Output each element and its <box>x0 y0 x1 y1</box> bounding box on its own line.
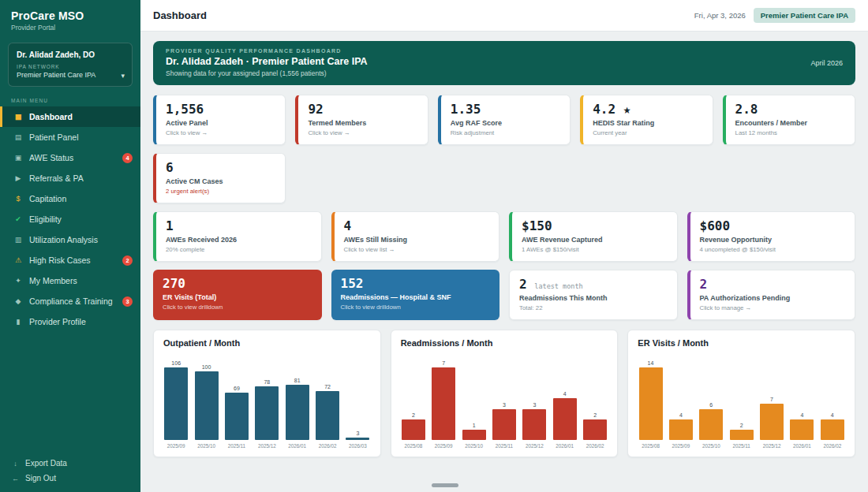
banner-subtitle: Showing data for your assigned panel (1,… <box>166 69 368 77</box>
current-date: Fri, Apr 3, 2026 <box>694 11 746 20</box>
export-data-button[interactable]: ↓Export Data <box>11 459 129 468</box>
stat-card-pa-authorizations-pending[interactable]: 2PA Authorizations PendingClick to manag… <box>687 270 856 320</box>
stat-card-active-panel[interactable]: 1,556Active PanelClick to view → <box>153 95 286 145</box>
stat-value: 1.35 <box>451 102 560 117</box>
stat-value-text: 6 <box>166 160 174 175</box>
bar-category-label: 2025/11 <box>732 443 750 449</box>
bar <box>699 409 723 440</box>
stat-card-er-visits-total[interactable]: 270ER Visits (Total)Click to view drilld… <box>153 270 322 320</box>
bar <box>462 430 486 440</box>
bar <box>432 367 455 440</box>
bar-category-label: 2025/10 <box>197 443 215 449</box>
sidebar-item-awe-status[interactable]: ▣AWE Status4 <box>0 147 140 168</box>
stat-card-awe-revenue-captured[interactable]: $150AWE Revenue Captured1 AWEs @ $150/vi… <box>509 211 678 262</box>
bar-value-label: 3 <box>503 402 506 408</box>
bar-category-label: 2025/09 <box>167 443 185 449</box>
stat-value: 1 <box>166 218 312 233</box>
bar-value-label: 69 <box>234 386 240 391</box>
bar <box>225 393 249 440</box>
stat-card-encounters-member[interactable]: 2.8Encounters / MemberLast 12 months <box>723 95 855 145</box>
bar-category-label: 2025/12 <box>526 443 544 449</box>
chart-plot: 142025/0842025/0962025/1022025/1172025/1… <box>638 354 845 449</box>
stat-card-readmissions-this-month[interactable]: 2 latest monthReadmissions This MonthTot… <box>509 270 678 320</box>
sidebar-item-patient-panel[interactable]: ▤Patient Panel <box>0 127 140 147</box>
chart-plot: 22025/0872025/0912025/1032025/1132025/12… <box>401 354 608 449</box>
bar-value-label: 4 <box>831 412 834 418</box>
stat-row-2: 6Active CM Cases2 urgent alert(s) <box>153 153 855 203</box>
sidebar-item-dashboard[interactable]: ▦Dashboard <box>0 106 140 127</box>
stat-sub: Click to view → <box>308 129 417 136</box>
bar <box>760 404 784 440</box>
stat-value-text: 152 <box>341 276 364 291</box>
bar-value-label: 3 <box>356 430 359 436</box>
export-icon: ↓ <box>11 460 20 468</box>
stat-card-termed-members[interactable]: 92Termed MembersClick to view → <box>295 95 428 145</box>
stat-card-awes-received-2026[interactable]: 1AWEs Received 202620% complete <box>153 211 322 262</box>
network-badge: Premier Patient Care IPA <box>754 8 855 23</box>
app-title: ProCare MSO <box>11 9 129 22</box>
stat-card-hedis-star-rating[interactable]: 4.2 ★HEDIS Star RatingCurrent year <box>580 95 713 145</box>
banner-title: Dr. Alidad Zadeh · Premier Patient Care … <box>166 56 368 67</box>
bar-group: 692025/11 <box>224 354 249 449</box>
chart-outpatient-month: Outpatient / Month1062025/091002025/1069… <box>153 330 381 457</box>
stat-value-text: 1 <box>166 218 174 233</box>
bar-value-label: 14 <box>648 360 654 366</box>
bar-group: 12025/10 <box>461 354 486 449</box>
sidebar-item-label: Patient Panel <box>29 132 133 142</box>
sidebar-item-provider-profile[interactable]: ▮Provider Profile <box>0 311 140 332</box>
topbar: Dashboard Fri, Apr 3, 2026 Premier Patie… <box>140 0 868 32</box>
chart-title: ER Visits / Month <box>638 338 845 348</box>
stat-value: 4 <box>344 218 490 233</box>
sidebar-item-label: Dashboard <box>29 112 133 121</box>
stat-value: 2 <box>700 277 846 292</box>
stat-value-text: 2 <box>700 277 708 292</box>
stat-card-avg-raf-score[interactable]: 1.35Avg RAF ScoreRisk adjustment <box>438 95 571 145</box>
sidebar-item-my-members[interactable]: ✦My Members <box>0 270 140 291</box>
charts-row: Outpatient / Month1062025/091002025/1069… <box>153 330 855 457</box>
stat-sub: Click to view list → <box>344 246 490 253</box>
chevron-down-icon[interactable]: ▾ <box>121 72 125 80</box>
bar-category-label: 2025/11 <box>496 443 513 449</box>
awe-status-icon: ▣ <box>13 154 23 162</box>
sidebar-item-high-risk-cases[interactable]: ⚠High Risk Cases2 <box>0 250 140 270</box>
stat-row-4: 270ER Visits (Total)Click to view drilld… <box>153 270 855 320</box>
stat-sub: Click to view → <box>166 129 275 136</box>
bar-group: 782025/12 <box>254 354 279 449</box>
bar-group: 142025/08 <box>638 354 663 449</box>
sidebar-item-eligibility[interactable]: ✔Eligibility <box>0 209 140 229</box>
bar-category-label: 2025/12 <box>258 443 276 449</box>
bar <box>492 409 516 440</box>
main-area: Dashboard Fri, Apr 3, 2026 Premier Patie… <box>140 0 868 492</box>
bar-value-label: 6 <box>709 402 713 408</box>
stat-card-readmissions-hospital-snf[interactable]: 152Readmissions — Hospital & SNFClick to… <box>331 270 500 320</box>
stat-card-active-cm-cases[interactable]: 6Active CM Cases2 urgent alert(s) <box>153 153 286 203</box>
horizontal-scrollbar-thumb[interactable] <box>432 483 458 487</box>
provider-selector[interactable]: Dr. Alidad Zadeh, DO IPA NETWORK Premier… <box>8 43 133 87</box>
sidebar-item-referrals-pa[interactable]: ▶Referrals & PA <box>0 168 140 188</box>
bar-group: 22025/11 <box>728 354 754 449</box>
bar-category-label: 2026/01 <box>556 443 574 449</box>
sidebar-item-label: Eligibility <box>29 214 133 224</box>
stat-card-revenue-opportunity[interactable]: $600Revenue Opportunity4 uncompleted @ $… <box>687 211 856 262</box>
chart-plot: 1062025/091002025/10692025/11782025/1281… <box>163 354 371 449</box>
sidebar-item-utilization-analysis[interactable]: ▥Utilization Analysis <box>0 229 140 250</box>
bar-value-label: 7 <box>442 360 445 366</box>
stat-label: Active CM Cases <box>166 177 275 185</box>
bar-category-label: 2026/01 <box>793 443 811 449</box>
page-title: Dashboard <box>153 9 207 21</box>
sign-out-button[interactable]: ←Sign Out <box>11 474 129 483</box>
stat-value: 4.2 ★ <box>593 102 702 117</box>
stat-sub: 4 uncompleted @ $150/visit <box>700 246 846 253</box>
sidebar-item-capitation[interactable]: $Capitation <box>0 188 140 209</box>
sidebar-item-compliance-training[interactable]: ◆Compliance & Training3 <box>0 291 140 311</box>
stat-label: AWEs Received 2026 <box>166 236 312 244</box>
stat-label: HEDIS Star Rating <box>593 119 702 127</box>
stat-label: Readmissions This Month <box>519 294 668 302</box>
stat-label: Revenue Opportunity <box>700 236 846 244</box>
stat-label: AWEs Still Missing <box>344 236 490 244</box>
app-header: ProCare MSO Provider Portal <box>0 0 140 38</box>
stat-value-text: 2.8 <box>735 102 758 117</box>
bar-category-label: 2025/09 <box>672 443 690 449</box>
notification-badge: 4 <box>122 153 133 163</box>
stat-card-awes-still-missing[interactable]: 4AWEs Still MissingClick to view list → <box>331 211 500 262</box>
